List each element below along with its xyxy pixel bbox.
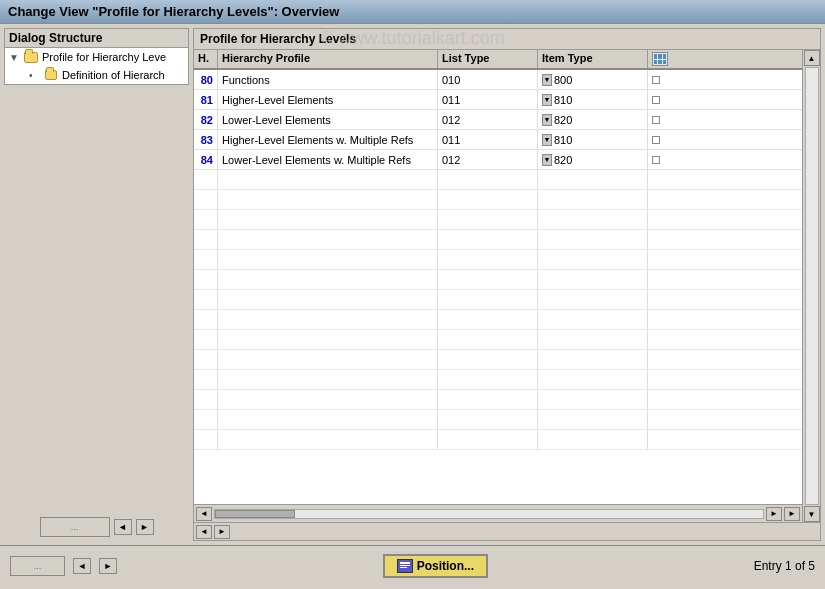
table-row[interactable]: 83 Higher-Level Elements w. Multiple Ref… [194, 130, 802, 150]
bottom-nav-back[interactable]: ◄ [73, 558, 91, 574]
table-row-empty [194, 330, 802, 350]
cell-profile-2: Lower-Level Elements [218, 110, 438, 129]
table-row-empty [194, 410, 802, 430]
h-scroll-right-2[interactable]: ► [766, 507, 782, 521]
cell-scroll-1 [648, 90, 672, 109]
cell-listtype-3: 011 [438, 130, 538, 149]
right-panel-title: Profile for Hierarchy Levels [194, 29, 820, 50]
table-row-empty [194, 270, 802, 290]
scroll-up[interactable]: ▲ [804, 50, 820, 66]
table-row-empty [194, 310, 802, 330]
cell-scroll-0 [648, 70, 672, 89]
sidebar-item-definition-hierarchy[interactable]: • Definition of Hierarch [5, 66, 188, 84]
cell-scroll-2 [648, 110, 672, 129]
dropdown-arrow-3[interactable]: ▼ [542, 134, 552, 146]
row-scroll-2[interactable] [652, 116, 660, 124]
sidebar-item-label-definition: Definition of Hierarch [62, 69, 165, 81]
folder-icon [23, 50, 39, 64]
entry-info: Entry 1 of 5 [754, 559, 815, 573]
cell-profile-0: Functions [218, 70, 438, 89]
h-scroll-track[interactable] [214, 509, 764, 519]
cell-listtype-1: 011 [438, 90, 538, 109]
table-row-empty [194, 290, 802, 310]
scroll-down[interactable]: ▼ [804, 506, 820, 522]
cell-h-0: 80 [194, 70, 218, 89]
tree-expand-icon: ▼ [9, 52, 23, 63]
bottom-nav-forward[interactable]: ► [99, 558, 117, 574]
table-row-empty [194, 210, 802, 230]
table-row-empty [194, 170, 802, 190]
svg-rect-1 [400, 562, 410, 564]
cell-h-3: 83 [194, 130, 218, 149]
position-button[interactable]: Position... [383, 554, 488, 578]
bottom-center: Position... [383, 554, 488, 578]
cell-itemtype-0[interactable]: ▼ 800 [538, 70, 648, 89]
left-handle: ... [40, 517, 110, 537]
dropdown-arrow-0[interactable]: ▼ [542, 74, 552, 86]
table-row-empty [194, 390, 802, 410]
bottom-toolbar: ... ◄ ► Position... Entry 1 of 5 [0, 545, 825, 585]
left-nav-forward[interactable]: ► [136, 519, 154, 535]
title-bar: Change View "Profile for Hierarchy Level… [0, 0, 825, 24]
table-row-empty [194, 350, 802, 370]
h-scroll-left[interactable]: ◄ [196, 507, 212, 521]
table-container: H. Hierarchy Profile List Type Item Type [194, 50, 820, 522]
col-hierarchy-profile: Hierarchy Profile [218, 50, 438, 68]
position-icon [397, 559, 413, 573]
table-config-icon[interactable] [652, 52, 668, 66]
bottom-left: ... ◄ ► [10, 556, 117, 576]
table-row-empty [194, 190, 802, 210]
folder-icon-2 [43, 68, 59, 82]
table-row[interactable]: 80 Functions 010 ▼ 800 [194, 70, 802, 90]
left-panel: Dialog Structure ▼ Profile for Hierarchy… [4, 28, 189, 85]
table-row-empty [194, 250, 802, 270]
dropdown-arrow-2[interactable]: ▼ [542, 114, 552, 126]
cell-listtype-0: 010 [438, 70, 538, 89]
right-panel: Profile for Hierarchy Levels H. Hierarch… [193, 28, 821, 541]
dropdown-arrow-1[interactable]: ▼ [542, 94, 552, 106]
cell-itemtype-1[interactable]: ▼ 810 [538, 90, 648, 109]
h-scroll-area: ◄ ► ► [194, 504, 802, 522]
cell-h-2: 82 [194, 110, 218, 129]
cell-h-4: 84 [194, 150, 218, 169]
row-scroll-0[interactable] [652, 76, 660, 84]
row-scroll-4[interactable] [652, 156, 660, 164]
col-h: H. [194, 50, 218, 68]
right-h-scroll-right[interactable]: ► [214, 525, 230, 539]
scroll-track[interactable] [805, 67, 819, 505]
cell-itemtype-4[interactable]: ▼ 820 [538, 150, 648, 169]
table-row-empty [194, 370, 802, 390]
sidebar-item-label-profile: Profile for Hierarchy Leve [42, 51, 166, 63]
table-row-empty [194, 430, 802, 450]
cell-profile-3: Higher-Level Elements w. Multiple Refs [218, 130, 438, 149]
svg-rect-3 [400, 567, 407, 568]
cell-scroll-3 [648, 130, 672, 149]
table-row[interactable]: 81 Higher-Level Elements 011 ▼ 810 [194, 90, 802, 110]
h-scroll-thumb[interactable] [215, 510, 295, 518]
position-btn-label: Position... [417, 559, 474, 573]
main-area: Dialog Structure ▼ Profile for Hierarchy… [0, 24, 825, 545]
row-scroll-1[interactable] [652, 96, 660, 104]
cell-scroll-4 [648, 150, 672, 169]
left-nav-back[interactable]: ◄ [114, 519, 132, 535]
dropdown-arrow-4[interactable]: ▼ [542, 154, 552, 166]
cell-itemtype-3[interactable]: ▼ 810 [538, 130, 648, 149]
cell-h-1: 81 [194, 90, 218, 109]
right-h-scroll-left[interactable]: ◄ [196, 525, 212, 539]
table-body: 80 Functions 010 ▼ 800 [194, 70, 802, 504]
svg-rect-2 [400, 565, 410, 566]
cell-profile-4: Lower-Level Elements w. Multiple Refs [218, 150, 438, 169]
cell-profile-1: Higher-Level Elements [218, 90, 438, 109]
cell-itemtype-2[interactable]: ▼ 820 [538, 110, 648, 129]
tree-expand-icon-2: • [29, 70, 43, 81]
sidebar-item-profile-hierarchy[interactable]: ▼ Profile for Hierarchy Leve [5, 48, 188, 66]
h-scroll-right-3[interactable]: ► [784, 507, 800, 521]
table-row[interactable]: 82 Lower-Level Elements 012 ▼ 820 [194, 110, 802, 130]
col-list-type: List Type [438, 50, 538, 68]
bottom-handle: ... [10, 556, 65, 576]
right-h-scroll: ◄ ► [194, 522, 820, 540]
table-header: H. Hierarchy Profile List Type Item Type [194, 50, 802, 70]
row-scroll-3[interactable] [652, 136, 660, 144]
table-row[interactable]: 84 Lower-Level Elements w. Multiple Refs… [194, 150, 802, 170]
dialog-structure-title: Dialog Structure [5, 29, 188, 48]
